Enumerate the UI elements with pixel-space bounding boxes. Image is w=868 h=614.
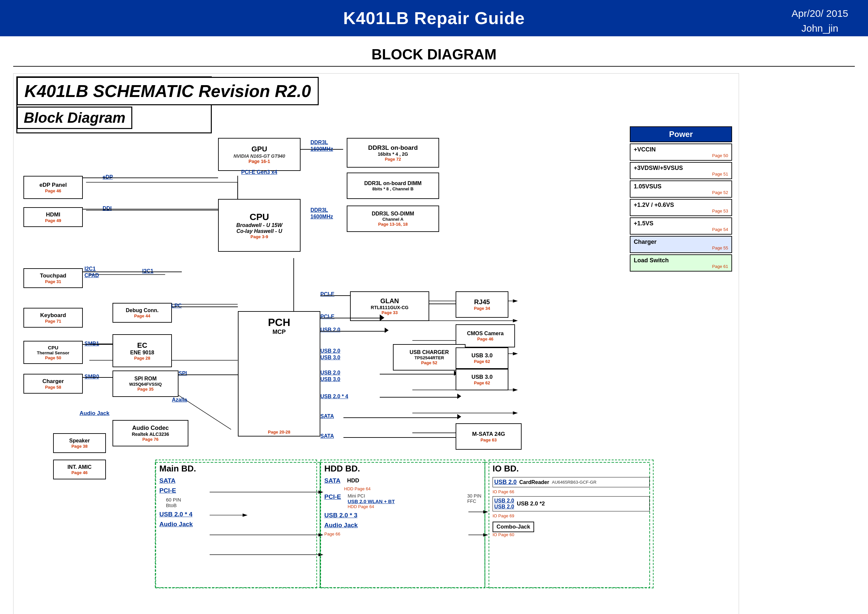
glan-rj45-line — [429, 304, 456, 304]
power-15vs: +1.5VS Page 54 — [630, 217, 732, 234]
usb20-line-1 — [320, 331, 386, 332]
hdd-bd-pcie: PCI-E — [324, 493, 341, 501]
audio-codec-sub: Realtek ALC3236 — [132, 431, 169, 437]
cpad-label: CPAD — [84, 273, 99, 279]
io-bd-cardreader-chip: AU6465RB63-GCF-GR — [552, 480, 597, 485]
power-charger-label: Charger — [634, 239, 728, 245]
usb30-page-1: Page 62 — [474, 359, 490, 364]
ddr3l-sodimm-sub: Channel A — [382, 217, 403, 222]
usb30-block-2: USB 3.0 Page 62 — [456, 369, 508, 390]
io-bd-usb-2: USB 2.0 *2 — [517, 501, 545, 507]
header-meta: Apr/20/ 2015 John_jin GTSD — [792, 6, 848, 51]
hdmi-page: Page 49 — [45, 218, 61, 223]
io-bd-usb20-b: USB 2.0 — [494, 504, 514, 510]
touchpad-label: Touchpad — [40, 273, 66, 279]
audio-codec-page: Page 76 — [142, 437, 158, 442]
keyboard-page: Page 71 — [45, 319, 61, 324]
int-amic-page: Page 46 — [71, 470, 87, 475]
sata-arrow-1 — [457, 414, 461, 419]
pcie-pch-arrow — [380, 315, 386, 321]
hdd-bd-pcie-page: HDD Page 64 — [348, 504, 395, 509]
gpu-label: GPU — [251, 145, 267, 154]
ddr3l-bus-speed: 1600MHz — [310, 146, 333, 152]
cmos-camera-page: Page 46 — [477, 336, 493, 341]
ddr3l-onboard-label: DDR3L on-board — [368, 144, 418, 152]
debug-conn-label: Debug Conn. — [126, 307, 159, 313]
ddr3l-onboard-sub: 16bits * 4 , 2G — [378, 152, 408, 157]
io-bd-usb-box: USB 2.0 USB 2.0 USB 2.0 *2 — [493, 496, 649, 512]
power-105vsus-label: 1.05VSUS — [634, 183, 728, 190]
io-bd-combo-jack: Combo-Jack — [493, 522, 534, 532]
power-12v: +1.2V / +0.6VS Page 53 — [630, 199, 732, 216]
cpu-thermal-sub: Thermal Sensor — [37, 350, 69, 355]
power-vccin-page: Page 50 — [634, 153, 728, 158]
io-bd-box: IO BD. USB 2.0 CardReader AU6465RB63-GCF… — [488, 460, 654, 588]
hdd-bd-hdd: HDD — [347, 478, 359, 484]
pcie-pch-line — [320, 318, 380, 318]
main-bd-title: Main BD. — [160, 464, 313, 474]
charger-left-block: Charger Page 58 — [23, 374, 83, 394]
lpc-label: LPC — [171, 303, 182, 309]
usb20-label-3: USB 2.0 — [320, 370, 340, 376]
audio-jack-left-label: Audio Jack — [79, 410, 110, 417]
sata-line-2 — [343, 437, 459, 438]
hdd-bd-hdd-page: HDD Page 64 — [344, 486, 481, 491]
diagram-area: K401LB SCHEMATIC Revision R2.0 Block Dia… — [13, 73, 739, 614]
power-charger: Charger Page 55 — [630, 236, 732, 253]
usb20-arrow-1 — [385, 328, 389, 333]
power-12v-label: +1.2V / +0.6VS — [634, 202, 728, 209]
main-bd-pcie: PCI-E — [160, 487, 313, 494]
io-bd-usb-page: IO Page 69 — [493, 513, 649, 518]
header-org: GTSD — [792, 36, 848, 51]
edp-bus-label: eDP — [102, 174, 113, 180]
hdd-bd-mini-pci: Mini PCI — [348, 493, 395, 499]
m-sata-block: M-SATA 24G Page 63 — [456, 423, 522, 450]
smb1-label: SMB1 — [84, 341, 99, 347]
io-bd-usb-cardreader: USB 2.0 CardReader AU6465RB63-GCF-GR — [493, 477, 649, 487]
cpu-thermal-label: CPU — [48, 345, 58, 350]
pcie-glan-line — [320, 295, 350, 296]
ddr3l-dimm-label: DDR3L on-board DIMM — [364, 180, 422, 186]
main-bd-bpin: 60 PINBtoB — [166, 497, 313, 508]
block-diagram-label: Block Diagram — [24, 110, 126, 126]
io-bd-cr-page: IO Page 66 — [493, 489, 649, 494]
pch-label: PCH — [268, 316, 290, 329]
cpu-thermal-block: CPU Thermal Sensor Page 50 — [23, 341, 83, 364]
i2c1-line — [83, 271, 182, 272]
ec-sub: ENE 9018 — [130, 350, 154, 356]
io-bd-combo-jack-label: Combo-Jack — [496, 524, 530, 530]
sata-label-1: SATA — [320, 413, 334, 419]
keyboard-block: Keyboard Page 71 — [23, 308, 83, 328]
glan-label: GLAN — [380, 297, 399, 305]
i2c1-label-1: I2C1 — [84, 266, 96, 272]
cpu-sub1: Broadwell - U 15W — [236, 222, 282, 228]
m-sata-label: M-SATA 24G — [472, 431, 505, 437]
usb30-label-box-1: USB 3.0 — [471, 352, 493, 359]
i2c1-label-2: I2C1 — [142, 268, 153, 274]
power-105vsus: 1.05VSUS Page 52 — [630, 180, 732, 198]
main-bd-usb: USB 2.0 * 4 — [160, 511, 313, 518]
spi-label: SPI — [178, 371, 187, 377]
usb30-block-1: USB 3.0 Page 62 — [456, 347, 508, 369]
power-3vdsw: +3VDSW/+5VSUS Page 51 — [630, 162, 732, 179]
power-loadswitch-label: Load Switch — [634, 257, 728, 264]
power-vccin-label: +VCCIN — [634, 146, 728, 153]
ddr3l-dimm-block: DDR3L on-board DIMM 8bits * 8 , Channel … — [347, 172, 439, 199]
pch-block: PCH MCP Page 20-28 — [238, 311, 320, 437]
ec-label: EC — [137, 341, 147, 350]
ddr3l-sodimm-page: Page 13-16, 18 — [378, 222, 408, 227]
power-loadswitch: Load Switch Page 61 — [630, 254, 732, 271]
touchpad-block: Touchpad Page 31 — [23, 268, 83, 288]
pch-page: Page 20-28 — [268, 429, 290, 434]
hdd-bd-bottom-page: Page 66 — [324, 532, 481, 536]
io-bd-usb20-a: USB 2.0 — [494, 498, 514, 504]
ddr3l-so-bus-speed: 1600MHz — [310, 214, 333, 220]
power-15vs-label: +1.5VS — [634, 220, 728, 227]
power-panel-title: Power — [630, 126, 732, 142]
pcie-gen3-label: PCI-E Gen3 x4 — [241, 169, 277, 175]
cpu-sub2: Co-lay Haswell - U — [237, 228, 282, 234]
audio-codec-label: Audio Codec — [132, 425, 169, 431]
usb-charger-sub: TPS2544RTER — [414, 355, 444, 360]
usb-charger-page: Page 52 — [421, 360, 437, 365]
debug-conn-page: Page 44 — [134, 313, 150, 318]
